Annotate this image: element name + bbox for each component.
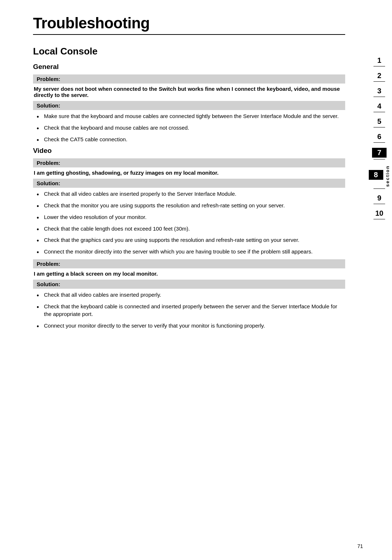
video-solution-2-list: Check that all video cables are inserted… bbox=[33, 291, 345, 330]
list-item: Connect the monitor directly into the se… bbox=[37, 248, 345, 256]
sidebar-number-9: 9 bbox=[372, 194, 387, 202]
page-number: 71 bbox=[357, 543, 363, 549]
sidebar-divider-7 bbox=[373, 159, 385, 159]
list-item: Check that all video cables are inserted… bbox=[37, 190, 345, 198]
sidebar-number-7: 7 bbox=[372, 148, 387, 158]
sidebar-number-5: 5 bbox=[372, 117, 387, 126]
title-divider bbox=[33, 34, 345, 35]
sidebar-number-3: 3 bbox=[372, 87, 387, 95]
sidebar-number-6: 6 bbox=[372, 133, 387, 141]
sidebar-number-10: 10 bbox=[372, 209, 387, 218]
list-item: Check that the keyboard and mouse cables… bbox=[37, 124, 345, 132]
video-title: Video bbox=[33, 147, 345, 155]
general-title: General bbox=[33, 63, 345, 71]
video-solution-1-label: Solution: bbox=[33, 179, 345, 188]
main-content: Troubleshooting Local Console General Pr… bbox=[33, 15, 345, 333]
general-solution-list: Make sure that the keyboard and mouse ca… bbox=[33, 112, 345, 143]
list-item: Check that the graphics card you are usi… bbox=[37, 236, 345, 244]
sidebar-divider-10 bbox=[373, 219, 385, 219]
page-title: Troubleshooting bbox=[33, 15, 345, 32]
list-item: Check that the keyboard cable is connect… bbox=[37, 303, 345, 318]
video-section: Video Problem: I am getting ghosting, sh… bbox=[33, 147, 345, 330]
sidebar-number-8: 8 bbox=[369, 170, 383, 180]
video-problem-1-label: Problem: bbox=[33, 158, 345, 167]
sidebar-divider-6 bbox=[373, 142, 385, 143]
video-problem-2-label: Problem: bbox=[33, 259, 345, 268]
list-item: Make sure that the keyboard and mouse ca… bbox=[37, 112, 345, 120]
sidebar-divider-9 bbox=[373, 204, 385, 204]
local-console-title: Local Console bbox=[33, 46, 345, 57]
video-problem-2: Problem: I am getting a black screen on … bbox=[33, 259, 345, 330]
video-solution-2-label: Solution: bbox=[33, 280, 345, 289]
section-label: section bbox=[385, 165, 390, 187]
general-problem-label: Problem: bbox=[33, 74, 345, 84]
list-item: Check the CAT5 cable connection. bbox=[37, 135, 345, 143]
list-item: Check that the monitor you are using sup… bbox=[37, 202, 345, 210]
sidebar-number-1: 1 bbox=[372, 56, 387, 65]
video-problem-1-text: I am getting ghosting, shadowing, or fuz… bbox=[33, 170, 345, 176]
sidebar-divider-5 bbox=[373, 127, 385, 127]
list-item: Lower the video resolution of your monit… bbox=[37, 213, 345, 221]
video-problem-1: Problem: I am getting ghosting, shadowin… bbox=[33, 158, 345, 256]
list-item: Check that all video cables are inserted… bbox=[37, 291, 345, 299]
sidebar-8-row: 8 section bbox=[369, 165, 390, 187]
sidebar-divider-1 bbox=[373, 66, 385, 66]
general-solution-label: Solution: bbox=[33, 101, 345, 110]
list-item: Connect your monitor directly to the ser… bbox=[37, 322, 345, 330]
general-section: General Problem: My server does not boot… bbox=[33, 63, 345, 143]
sidebar-divider-4 bbox=[373, 112, 385, 112]
sidebar-divider-2 bbox=[373, 81, 385, 82]
sidebar-divider-3 bbox=[373, 97, 385, 97]
sidebar-number-2: 2 bbox=[372, 72, 387, 80]
video-problem-2-text: I am getting a black screen on my local … bbox=[33, 271, 345, 277]
general-problem-text: My server does not boot when connected t… bbox=[33, 86, 345, 98]
sidebar: 1 2 3 4 5 6 7 8 section 9 10 bbox=[367, 0, 392, 560]
video-solution-1-list: Check that all video cables are inserted… bbox=[33, 190, 345, 256]
sidebar-divider-8 bbox=[373, 188, 385, 189]
sidebar-number-4: 4 bbox=[372, 102, 387, 110]
list-item: Check that the cable length does not exc… bbox=[37, 225, 345, 233]
